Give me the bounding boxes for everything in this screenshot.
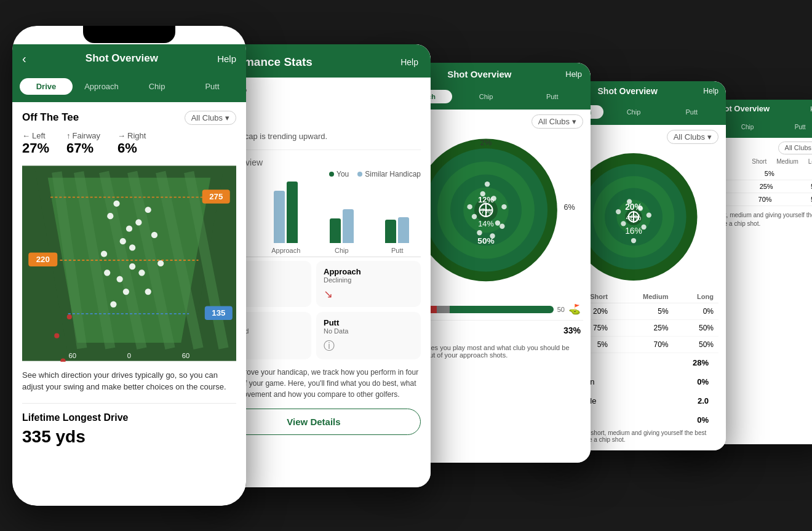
svg-point-31 [129, 244, 135, 250]
svg-point-37 [67, 314, 72, 319]
ph5-th-short: Short [752, 158, 766, 165]
svg-point-19 [126, 225, 132, 231]
svg-point-61 [490, 233, 495, 238]
fairway-container: 275 220 135 [22, 165, 236, 362]
row1-medium: 5% [613, 303, 674, 320]
phone-5-dropdown-label: All Clubs [785, 144, 811, 151]
phone-1: ‹ Shot Overview Help Drive Approach Chip… [12, 26, 246, 506]
acc-seg-4 [450, 306, 554, 313]
lifetime-value: 335 yds [22, 427, 236, 447]
svg-point-26 [129, 263, 135, 269]
off-the-tee-title: Off The Tee [22, 111, 79, 124]
trend-approach-title: Approach [324, 267, 413, 276]
phone-1-body: Off The Tee All Clubs ▾ ← Left 27% ↑ Fai… [12, 102, 246, 490]
svg-point-35 [54, 333, 59, 338]
phone-4-dropdown[interactable]: All Clubs ▾ [667, 130, 718, 144]
left-label: ← Left [22, 131, 46, 140]
svg-text:2%: 2% [480, 138, 492, 147]
svg-point-80 [621, 221, 626, 226]
fairway-stat: ↑ Fairway 67% [66, 131, 100, 156]
left-arrow-icon: ← [22, 131, 30, 140]
svg-point-28 [123, 288, 129, 294]
lifetime-label: Lifetime Longest Drive [22, 412, 236, 423]
svg-point-58 [472, 214, 477, 218]
svg-text:135: 135 [212, 308, 226, 317]
phone-4-tab-putt[interactable]: Putt [664, 105, 720, 119]
bars-putt [385, 182, 409, 243]
svg-point-33 [104, 269, 110, 276]
bar-group-chip: Chip [318, 182, 365, 254]
back-button[interactable]: ‹ [22, 52, 26, 66]
phone-4-title: Shot Overview [598, 86, 658, 96]
tab-chip[interactable]: Chip [130, 78, 183, 95]
phone-5-tab-chip[interactable]: Chip [722, 121, 773, 133]
bar-approach-you [287, 182, 298, 243]
row1-long: 0% [674, 303, 718, 320]
svg-text:60: 60 [69, 351, 77, 359]
phone-5-tab-putt[interactable]: Putt [774, 121, 812, 133]
sandies-value: 0% [697, 415, 709, 425]
svg-point-20 [145, 206, 151, 212]
svg-text:60: 60 [182, 351, 190, 359]
phone-3-tab-putt[interactable]: Putt [520, 90, 584, 103]
bar-label-chip: Chip [335, 247, 349, 254]
svg-text:6%: 6% [563, 203, 575, 212]
up-down-value: 0% [697, 377, 709, 386]
phone-3-title: Shot Overview [447, 69, 511, 79]
svg-point-63 [467, 204, 472, 209]
svg-point-25 [101, 250, 107, 257]
trend-putt: Putt No Data ⓘ [316, 312, 421, 359]
trend-approach-sub: Declining [324, 276, 413, 284]
ph5-r1-medium: 5% [765, 170, 774, 177]
svg-text:275: 275 [209, 191, 223, 201]
tab-approach[interactable]: Approach [75, 78, 128, 95]
phone-4-help[interactable]: Help [703, 87, 718, 95]
direction-stats: ← Left 27% ↑ Fairway 67% → Right 6% [22, 131, 236, 156]
svg-point-84 [616, 209, 621, 214]
phone-3-help[interactable]: Help [565, 70, 582, 79]
svg-point-30 [138, 269, 145, 276]
phone-1-help[interactable]: Help [217, 54, 236, 64]
right-stat: → Right 6% [117, 131, 146, 156]
svg-point-18 [107, 213, 113, 219]
tab-putt[interactable]: Putt [186, 78, 239, 95]
section-header: Off The Tee All Clubs ▾ [22, 111, 236, 125]
scene: ‹ Shot Overview Help Drive Approach Chip… [12, 14, 800, 518]
svg-point-21 [120, 238, 126, 244]
trend-putt-sub: No Data [324, 327, 413, 335]
svg-point-60 [477, 230, 482, 235]
up-arrow-icon: ↑ [66, 131, 71, 140]
bar-chip-similar [343, 209, 354, 243]
bar-label-approach: Approach [271, 247, 300, 254]
ph5-r2-medium: 25% [760, 183, 773, 190]
phone-3-dropdown[interactable]: All Clubs ▾ [531, 114, 583, 129]
phone-4-tab-chip[interactable]: Chip [605, 105, 661, 119]
svg-point-64 [501, 204, 506, 209]
bar-group-approach: Approach [263, 182, 310, 254]
svg-point-29 [110, 301, 116, 307]
club-dropdown[interactable]: All Clubs ▾ [185, 111, 236, 125]
bar-chip-you [330, 218, 341, 243]
svg-point-79 [638, 206, 643, 210]
svg-text:16%: 16% [625, 226, 642, 235]
chevron-down-icon: ▾ [225, 113, 229, 122]
drive-description: See which direction your drives typicall… [22, 369, 236, 393]
trend-putt-icon: ⓘ [324, 338, 413, 353]
trend-approach-icon: ↘ [324, 287, 413, 301]
tab-drive[interactable]: Drive [20, 78, 73, 95]
phone-3-tab-chip[interactable]: Chip [454, 90, 519, 103]
bar-putt-similar [398, 217, 409, 243]
trend-putt-title: Putt [324, 318, 413, 327]
bars-chip [330, 182, 354, 243]
svg-text:14%: 14% [478, 219, 493, 228]
svg-point-59 [495, 220, 500, 225]
fairway-value: 67% [66, 140, 94, 156]
svg-point-83 [647, 212, 651, 217]
row2-medium: 25% [613, 320, 674, 337]
ph5-th-long: Long [808, 158, 812, 165]
perf-help[interactable]: Help [400, 57, 418, 67]
phone-3-dropdown-label: All Clubs [538, 117, 570, 126]
left-stat: ← Left 27% [22, 131, 49, 156]
phone-5-dropdown[interactable]: All Clubs ▾ [778, 142, 812, 154]
bar-approach-similar [274, 191, 285, 243]
